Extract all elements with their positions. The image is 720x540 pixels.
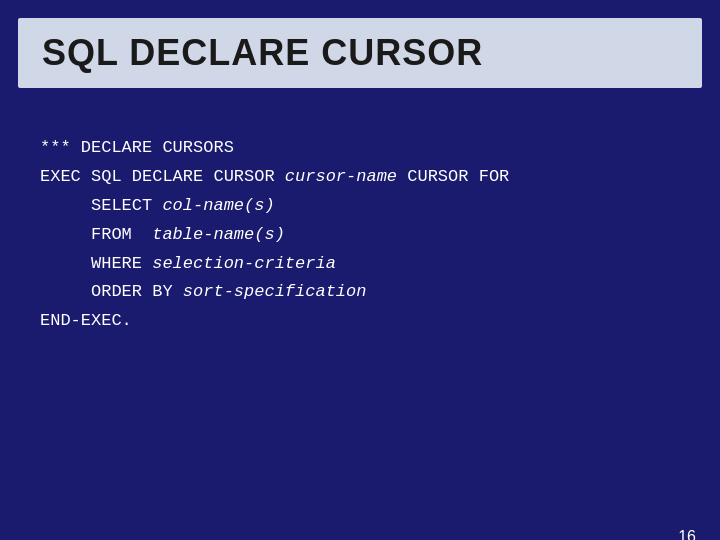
cursor-name-placeholder: cursor-name bbox=[285, 167, 397, 186]
code-line-6: ORDER BY sort-specification bbox=[40, 278, 680, 307]
code-line-5: WHERE selection-criteria bbox=[40, 250, 680, 279]
code-line-2: EXEC SQL DECLARE CURSOR cursor-name CURS… bbox=[40, 163, 680, 192]
code-line-1: *** DECLARE CURSORS bbox=[40, 134, 680, 163]
content-area: *** DECLARE CURSORS EXEC SQL DECLARE CUR… bbox=[24, 124, 696, 346]
col-name-placeholder: col-name(s) bbox=[162, 196, 274, 215]
code-block: *** DECLARE CURSORS EXEC SQL DECLARE CUR… bbox=[40, 134, 680, 336]
code-line-3: SELECT col-name(s) bbox=[40, 192, 680, 221]
table-name-placeholder: table-name(s) bbox=[152, 225, 285, 244]
code-line-7: END-EXEC. bbox=[40, 307, 680, 336]
slide-container: SQL DECLARE CURSOR *** DECLARE CURSORS E… bbox=[0, 18, 720, 540]
code-line-4: FROM table-name(s) bbox=[40, 221, 680, 250]
sort-spec-placeholder: sort-specification bbox=[183, 282, 367, 301]
page-number: 16 bbox=[678, 528, 696, 540]
title-bar: SQL DECLARE CURSOR bbox=[18, 18, 702, 88]
slide-title: SQL DECLARE CURSOR bbox=[42, 32, 483, 73]
selection-criteria-placeholder: selection-criteria bbox=[152, 254, 336, 273]
